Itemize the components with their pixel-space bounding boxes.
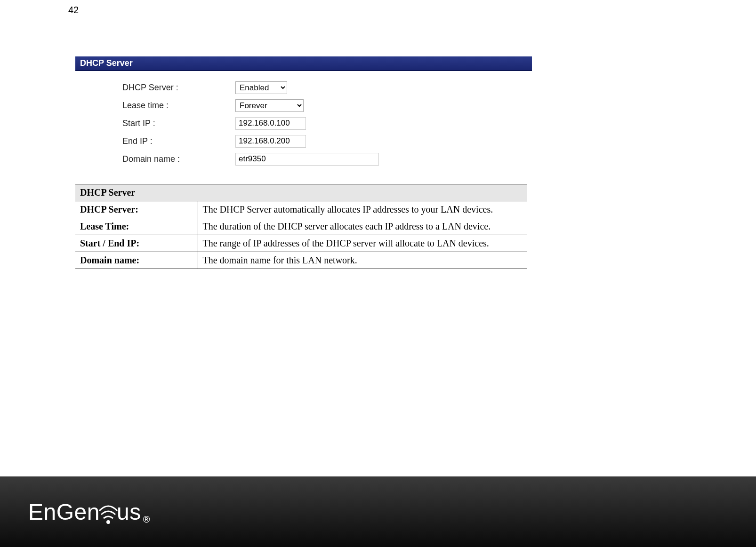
row-desc: The range of IP addresses of the DHCP se…	[198, 235, 527, 252]
label-start-ip: Start IP :	[122, 119, 235, 128]
row-desc: The DHCP Server automatically allocates …	[198, 201, 527, 218]
page-number: 42	[68, 5, 79, 16]
row-domain-name: Domain name :	[122, 152, 527, 166]
footer: EnGen us®	[0, 476, 756, 547]
section-header: DHCP Server	[75, 56, 532, 71]
row-start-ip: Start IP :	[122, 116, 527, 130]
row-end-ip: End IP :	[122, 134, 527, 148]
table-header-cell: DHCP Server	[75, 184, 527, 201]
input-domain-name[interactable]	[235, 153, 379, 166]
svg-point-0	[106, 520, 110, 524]
table-row: Start / End IP: The range of IP addresse…	[75, 235, 527, 252]
brand-logo: EnGen us®	[28, 499, 150, 525]
table-header-row: DHCP Server	[75, 184, 527, 201]
row-desc: The duration of the DHCP server allocate…	[198, 218, 527, 235]
row-desc: The domain name for this LAN network.	[198, 252, 527, 269]
label-end-ip: End IP :	[122, 136, 235, 146]
row-label: Domain name:	[75, 252, 198, 269]
label-dhcp-server: DHCP Server :	[122, 83, 235, 93]
table-row: Lease Time: The duration of the DHCP ser…	[75, 218, 527, 235]
dhcp-form: DHCP Server : Enabled Lease time : Forev…	[75, 71, 527, 184]
wifi-icon	[99, 502, 118, 525]
row-lease-time: Lease time : Forever	[122, 98, 527, 112]
logo-text-us: us	[117, 499, 141, 525]
label-domain-name: Domain name :	[122, 154, 235, 164]
row-label: DHCP Server:	[75, 201, 198, 218]
table-row: DHCP Server: The DHCP Server automatical…	[75, 201, 527, 218]
row-label: Lease Time:	[75, 218, 198, 235]
label-lease-time: Lease time :	[122, 101, 235, 111]
input-start-ip[interactable]	[235, 117, 306, 130]
content-area: DHCP Server DHCP Server : Enabled Lease …	[75, 56, 527, 269]
select-dhcp-server[interactable]: Enabled	[235, 81, 287, 94]
table-row: Domain name: The domain name for this LA…	[75, 252, 527, 269]
registered-icon: ®	[143, 514, 150, 525]
description-table: DHCP Server DHCP Server: The DHCP Server…	[75, 184, 527, 269]
row-label: Start / End IP:	[75, 235, 198, 252]
row-dhcp-server: DHCP Server : Enabled	[122, 80, 527, 95]
input-end-ip[interactable]	[235, 135, 306, 148]
select-lease-time[interactable]: Forever	[235, 99, 304, 112]
logo-text-en: EnGen	[28, 499, 100, 525]
